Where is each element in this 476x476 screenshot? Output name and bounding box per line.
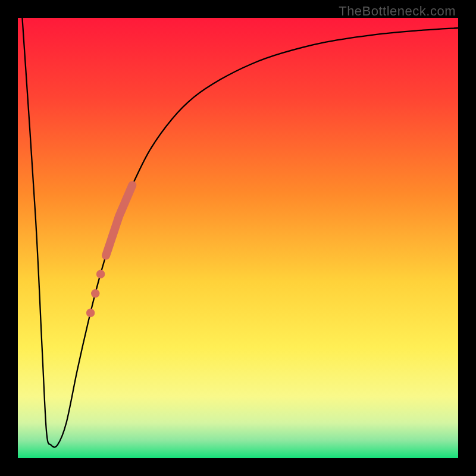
highlight-dot [96,270,105,278]
highlight-dot [86,309,95,317]
bottleneck-curve [22,18,458,447]
curve-layer [18,18,458,458]
watermark-text: TheBottleneck.com [339,4,456,19]
highlight-dot [91,289,99,298]
plot-area [18,18,458,458]
highlight-dots [86,270,105,317]
highlight-segment [106,185,132,255]
chart-frame: TheBottleneck.com [0,0,476,476]
